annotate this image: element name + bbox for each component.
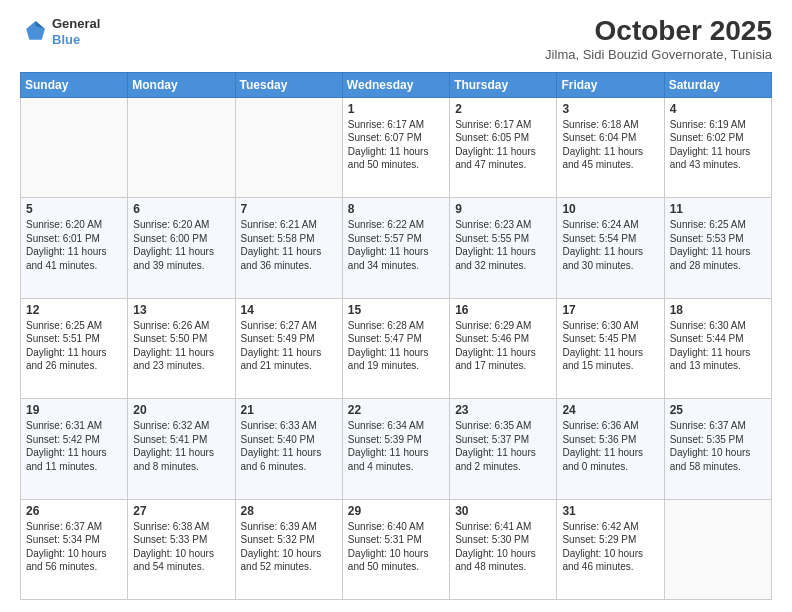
day-info: Sunrise: 6:20 AMSunset: 6:00 PMDaylight:…	[133, 218, 229, 272]
day-info: Sunrise: 6:35 AMSunset: 5:37 PMDaylight:…	[455, 419, 551, 473]
week-row-1: 1Sunrise: 6:17 AMSunset: 6:07 PMDaylight…	[21, 97, 772, 197]
day-info: Sunrise: 6:41 AMSunset: 5:30 PMDaylight:…	[455, 520, 551, 574]
day-info: Sunrise: 6:27 AMSunset: 5:49 PMDaylight:…	[241, 319, 337, 373]
day-number: 31	[562, 504, 658, 518]
day-info: Sunrise: 6:29 AMSunset: 5:46 PMDaylight:…	[455, 319, 551, 373]
logo-text: General Blue	[52, 16, 100, 47]
day-cell: 30Sunrise: 6:41 AMSunset: 5:30 PMDayligh…	[450, 499, 557, 599]
day-number: 26	[26, 504, 122, 518]
logo: General Blue	[20, 16, 100, 47]
day-number: 19	[26, 403, 122, 417]
day-cell: 3Sunrise: 6:18 AMSunset: 6:04 PMDaylight…	[557, 97, 664, 197]
day-cell	[128, 97, 235, 197]
header-cell-thursday: Thursday	[450, 72, 557, 97]
day-cell	[235, 97, 342, 197]
day-number: 24	[562, 403, 658, 417]
day-number: 2	[455, 102, 551, 116]
day-cell: 13Sunrise: 6:26 AMSunset: 5:50 PMDayligh…	[128, 298, 235, 398]
day-cell: 28Sunrise: 6:39 AMSunset: 5:32 PMDayligh…	[235, 499, 342, 599]
day-number: 8	[348, 202, 444, 216]
day-cell: 21Sunrise: 6:33 AMSunset: 5:40 PMDayligh…	[235, 399, 342, 499]
day-info: Sunrise: 6:23 AMSunset: 5:55 PMDaylight:…	[455, 218, 551, 272]
day-info: Sunrise: 6:28 AMSunset: 5:47 PMDaylight:…	[348, 319, 444, 373]
day-info: Sunrise: 6:22 AMSunset: 5:57 PMDaylight:…	[348, 218, 444, 272]
day-number: 22	[348, 403, 444, 417]
logo-icon	[20, 18, 48, 46]
day-info: Sunrise: 6:17 AMSunset: 6:07 PMDaylight:…	[348, 118, 444, 172]
day-cell: 2Sunrise: 6:17 AMSunset: 6:05 PMDaylight…	[450, 97, 557, 197]
day-cell: 26Sunrise: 6:37 AMSunset: 5:34 PMDayligh…	[21, 499, 128, 599]
calendar-table: SundayMondayTuesdayWednesdayThursdayFrid…	[20, 72, 772, 600]
logo-line2: Blue	[52, 32, 100, 48]
day-number: 30	[455, 504, 551, 518]
header-cell-friday: Friday	[557, 72, 664, 97]
day-info: Sunrise: 6:31 AMSunset: 5:42 PMDaylight:…	[26, 419, 122, 473]
header-cell-tuesday: Tuesday	[235, 72, 342, 97]
day-number: 4	[670, 102, 766, 116]
title-block: October 2025 Jilma, Sidi Bouzid Governor…	[545, 16, 772, 62]
day-info: Sunrise: 6:37 AMSunset: 5:34 PMDaylight:…	[26, 520, 122, 574]
day-info: Sunrise: 6:19 AMSunset: 6:02 PMDaylight:…	[670, 118, 766, 172]
day-cell: 31Sunrise: 6:42 AMSunset: 5:29 PMDayligh…	[557, 499, 664, 599]
day-info: Sunrise: 6:38 AMSunset: 5:33 PMDaylight:…	[133, 520, 229, 574]
day-cell: 9Sunrise: 6:23 AMSunset: 5:55 PMDaylight…	[450, 198, 557, 298]
day-cell: 7Sunrise: 6:21 AMSunset: 5:58 PMDaylight…	[235, 198, 342, 298]
day-cell: 17Sunrise: 6:30 AMSunset: 5:45 PMDayligh…	[557, 298, 664, 398]
day-number: 16	[455, 303, 551, 317]
day-cell: 6Sunrise: 6:20 AMSunset: 6:00 PMDaylight…	[128, 198, 235, 298]
week-row-5: 26Sunrise: 6:37 AMSunset: 5:34 PMDayligh…	[21, 499, 772, 599]
day-number: 23	[455, 403, 551, 417]
day-info: Sunrise: 6:26 AMSunset: 5:50 PMDaylight:…	[133, 319, 229, 373]
header-cell-sunday: Sunday	[21, 72, 128, 97]
day-number: 27	[133, 504, 229, 518]
week-row-4: 19Sunrise: 6:31 AMSunset: 5:42 PMDayligh…	[21, 399, 772, 499]
day-cell: 27Sunrise: 6:38 AMSunset: 5:33 PMDayligh…	[128, 499, 235, 599]
day-info: Sunrise: 6:30 AMSunset: 5:44 PMDaylight:…	[670, 319, 766, 373]
day-cell: 18Sunrise: 6:30 AMSunset: 5:44 PMDayligh…	[664, 298, 771, 398]
day-cell: 22Sunrise: 6:34 AMSunset: 5:39 PMDayligh…	[342, 399, 449, 499]
day-cell	[664, 499, 771, 599]
day-cell: 25Sunrise: 6:37 AMSunset: 5:35 PMDayligh…	[664, 399, 771, 499]
day-number: 1	[348, 102, 444, 116]
day-cell	[21, 97, 128, 197]
day-number: 13	[133, 303, 229, 317]
day-number: 9	[455, 202, 551, 216]
calendar-subtitle: Jilma, Sidi Bouzid Governorate, Tunisia	[545, 47, 772, 62]
day-cell: 14Sunrise: 6:27 AMSunset: 5:49 PMDayligh…	[235, 298, 342, 398]
day-number: 14	[241, 303, 337, 317]
header-row: SundayMondayTuesdayWednesdayThursdayFrid…	[21, 72, 772, 97]
week-row-2: 5Sunrise: 6:20 AMSunset: 6:01 PMDaylight…	[21, 198, 772, 298]
day-info: Sunrise: 6:20 AMSunset: 6:01 PMDaylight:…	[26, 218, 122, 272]
day-info: Sunrise: 6:30 AMSunset: 5:45 PMDaylight:…	[562, 319, 658, 373]
day-info: Sunrise: 6:25 AMSunset: 5:51 PMDaylight:…	[26, 319, 122, 373]
day-number: 12	[26, 303, 122, 317]
day-number: 18	[670, 303, 766, 317]
day-number: 20	[133, 403, 229, 417]
day-number: 25	[670, 403, 766, 417]
day-cell: 24Sunrise: 6:36 AMSunset: 5:36 PMDayligh…	[557, 399, 664, 499]
header-cell-wednesday: Wednesday	[342, 72, 449, 97]
day-cell: 19Sunrise: 6:31 AMSunset: 5:42 PMDayligh…	[21, 399, 128, 499]
day-cell: 11Sunrise: 6:25 AMSunset: 5:53 PMDayligh…	[664, 198, 771, 298]
day-number: 7	[241, 202, 337, 216]
logo-line1: General	[52, 16, 100, 32]
day-number: 21	[241, 403, 337, 417]
day-number: 28	[241, 504, 337, 518]
header-cell-monday: Monday	[128, 72, 235, 97]
calendar-body: 1Sunrise: 6:17 AMSunset: 6:07 PMDaylight…	[21, 97, 772, 599]
day-cell: 23Sunrise: 6:35 AMSunset: 5:37 PMDayligh…	[450, 399, 557, 499]
day-info: Sunrise: 6:36 AMSunset: 5:36 PMDaylight:…	[562, 419, 658, 473]
day-number: 3	[562, 102, 658, 116]
day-info: Sunrise: 6:42 AMSunset: 5:29 PMDaylight:…	[562, 520, 658, 574]
day-cell: 16Sunrise: 6:29 AMSunset: 5:46 PMDayligh…	[450, 298, 557, 398]
week-row-3: 12Sunrise: 6:25 AMSunset: 5:51 PMDayligh…	[21, 298, 772, 398]
day-cell: 20Sunrise: 6:32 AMSunset: 5:41 PMDayligh…	[128, 399, 235, 499]
day-cell: 5Sunrise: 6:20 AMSunset: 6:01 PMDaylight…	[21, 198, 128, 298]
day-cell: 8Sunrise: 6:22 AMSunset: 5:57 PMDaylight…	[342, 198, 449, 298]
day-info: Sunrise: 6:34 AMSunset: 5:39 PMDaylight:…	[348, 419, 444, 473]
day-number: 6	[133, 202, 229, 216]
page: General Blue October 2025 Jilma, Sidi Bo…	[0, 0, 792, 612]
day-number: 15	[348, 303, 444, 317]
day-cell: 10Sunrise: 6:24 AMSunset: 5:54 PMDayligh…	[557, 198, 664, 298]
day-number: 5	[26, 202, 122, 216]
